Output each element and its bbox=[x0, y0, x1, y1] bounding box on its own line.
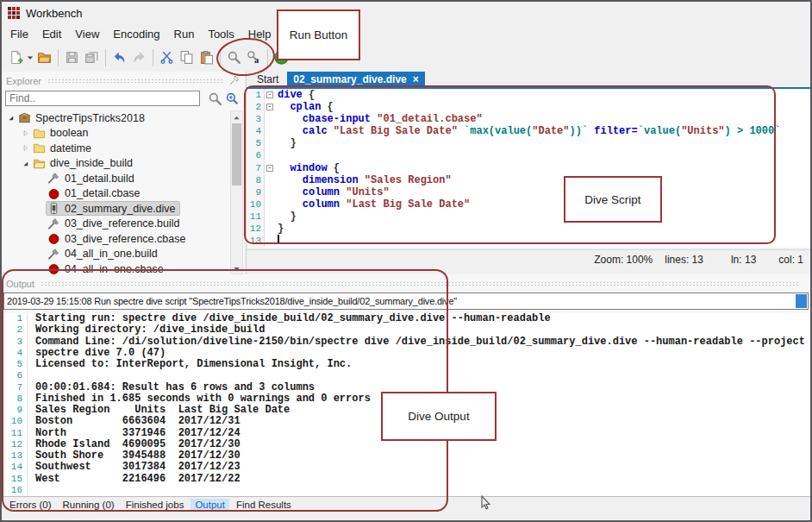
line-number: 3 bbox=[247, 113, 265, 125]
cut-button-icon[interactable] bbox=[157, 47, 177, 67]
output-line-text: South Shore 3945488 2017/12/30 bbox=[28, 450, 240, 462]
dropdown-indicator[interactable] bbox=[796, 294, 807, 308]
expander-expanded-icon[interactable] bbox=[19, 159, 32, 168]
tree-item-03-dive-reference-cbase[interactable]: 03_dive_reference.cbase bbox=[2, 231, 228, 247]
find-input[interactable] bbox=[5, 91, 200, 106]
fold-column: - bbox=[265, 91, 275, 98]
output-line-number: 9 bbox=[2, 405, 28, 416]
menu-edit[interactable]: Edit bbox=[35, 26, 68, 42]
copy-button-icon[interactable] bbox=[177, 47, 197, 67]
code-text: calc "Last Big Sale Date" `max(value("Da… bbox=[275, 125, 780, 137]
find-icon[interactable] bbox=[208, 91, 222, 106]
code-line: 11 } bbox=[247, 211, 810, 223]
expander-collapsed-icon[interactable] bbox=[19, 129, 32, 138]
code-text: dive { bbox=[275, 89, 315, 101]
toolbar-separator bbox=[220, 49, 221, 66]
redo-button-icon[interactable] bbox=[129, 47, 149, 67]
output-line-text: Working directory: /dive_inside_build bbox=[28, 324, 265, 336]
output-tab-output[interactable]: Output bbox=[191, 499, 229, 511]
fold-marker-icon[interactable]: - bbox=[266, 91, 273, 98]
menu-file[interactable]: File bbox=[3, 26, 35, 42]
build-icon bbox=[47, 172, 62, 185]
tree-item-label: SpectreTipsTricks2018 bbox=[33, 112, 145, 124]
folder-icon bbox=[33, 127, 47, 140]
menu-encoding[interactable]: Encoding bbox=[106, 26, 166, 42]
undo-button-icon[interactable] bbox=[109, 47, 129, 67]
tree-item-03-dive-reference-build[interactable]: 03_dive_reference.build bbox=[2, 217, 228, 232]
tree-item-04-all-in-one-build[interactable]: 04_all_in_one.build bbox=[2, 247, 228, 262]
output-line-number: 13 bbox=[2, 450, 28, 462]
save-button-icon[interactable] bbox=[62, 47, 82, 67]
output-line-text: Rhode Island 4690095 2017/12/30 bbox=[28, 439, 240, 450]
line-number: 8 bbox=[247, 174, 265, 186]
toolbar-separator bbox=[58, 49, 59, 66]
output-line-number: 14 bbox=[2, 462, 28, 473]
new-file-button-icon[interactable] bbox=[6, 47, 26, 67]
output-log: 1Starting run: spectre dive /dive_inside… bbox=[2, 313, 810, 496]
save-all-button-icon[interactable] bbox=[82, 47, 102, 67]
tree-item-01-detail-build[interactable]: 01_detail.build bbox=[2, 171, 228, 186]
dive-icon bbox=[47, 202, 62, 215]
tree-item-02-summary-dive-dive[interactable]: 02_summary_dive.dive bbox=[2, 201, 228, 217]
menu-tools[interactable]: Tools bbox=[201, 26, 240, 42]
code-editor[interactable]: 1-dive {2- cplan {3 cbase-input "01_deta… bbox=[247, 89, 810, 248]
fold-column: - bbox=[265, 104, 275, 110]
code-text: column "Last Big Sale Date" bbox=[275, 198, 470, 211]
tree-item-01-detail-cbase[interactable]: 01_detail.cbase bbox=[2, 186, 228, 202]
text-cursor bbox=[278, 235, 279, 244]
output-tab-find-results[interactable]: Find Results bbox=[232, 499, 296, 511]
tree-item-04-all-in-one-cbase[interactable]: 04_all_in_one.cbase bbox=[2, 261, 228, 274]
menu-run[interactable]: Run bbox=[167, 26, 202, 42]
line-number: 10 bbox=[247, 198, 265, 211]
output-line-text: spectre dive 7.0 (47) bbox=[28, 348, 166, 359]
expander-collapsed-icon[interactable] bbox=[19, 143, 32, 153]
line-number: 2 bbox=[247, 101, 265, 113]
new-file-dropdown-caret-icon[interactable] bbox=[26, 47, 34, 67]
tree-scrollbar[interactable] bbox=[230, 110, 243, 274]
workbench-app-icon bbox=[8, 7, 20, 19]
tree-item-dive-inside-build[interactable]: dive_inside_build bbox=[2, 156, 228, 172]
run-button-icon[interactable] bbox=[272, 47, 291, 67]
scroll-up-icon[interactable] bbox=[231, 111, 242, 123]
scroll-down-icon[interactable] bbox=[231, 262, 242, 274]
fold-marker-icon[interactable]: - bbox=[266, 165, 273, 172]
pin-icon[interactable] bbox=[228, 75, 240, 88]
tab-02-summary-dive-dive[interactable]: 02_summary_dive.dive× bbox=[287, 72, 424, 87]
folder-open-icon bbox=[33, 157, 47, 170]
find-text-button-icon[interactable]: a bbox=[244, 47, 264, 67]
tree-item-label: 04_all_in_one.cbase bbox=[62, 263, 164, 274]
paste-button-icon[interactable] bbox=[197, 47, 216, 67]
expander-expanded-icon[interactable] bbox=[4, 113, 17, 123]
tree-item-datetime[interactable]: datetime bbox=[2, 141, 228, 156]
code-text: } bbox=[275, 223, 284, 235]
scrollbar-thumb[interactable] bbox=[232, 123, 241, 186]
output-line-text: West 2216496 2017/12/22 bbox=[28, 474, 240, 485]
menu-view[interactable]: View bbox=[68, 26, 106, 42]
run-history-dropdown[interactable]: 2019-03-29 15:15:08 Run spectre dive scr… bbox=[3, 292, 809, 310]
output-line-number: 11 bbox=[2, 428, 28, 439]
tree-item-label: 04_all_in_one.build bbox=[62, 248, 158, 260]
output-line-number: 1 bbox=[2, 313, 28, 324]
find-button-icon[interactable] bbox=[224, 47, 244, 67]
tree-item-boolean[interactable]: boolean bbox=[2, 126, 228, 142]
tree-item-spectretipstricks2018[interactable]: SpectreTipsTricks2018 bbox=[2, 110, 228, 126]
output-tab-errors-0[interactable]: Errors (0) bbox=[5, 499, 56, 511]
line-number: 1 bbox=[247, 89, 265, 101]
window-title: Workbench bbox=[26, 7, 83, 20]
cbase-icon bbox=[47, 232, 62, 245]
project-icon bbox=[18, 111, 33, 124]
window-bottom-strip bbox=[2, 512, 810, 520]
open-folder-button-icon[interactable] bbox=[34, 47, 54, 67]
tab-start[interactable]: Start bbox=[248, 72, 287, 87]
code-text: } bbox=[275, 137, 297, 149]
editor-status-bar: Zoom: 100% lines: 13 ln: 13 col: 1 bbox=[247, 249, 810, 268]
close-icon[interactable]: × bbox=[413, 73, 419, 85]
project-tree: SpectreTipsTricks2018booleandatetimedive… bbox=[2, 110, 228, 274]
code-text: dimension "Sales Region" bbox=[275, 174, 452, 186]
menu-help[interactable]: Help bbox=[241, 26, 278, 42]
fold-marker-icon[interactable]: - bbox=[266, 104, 273, 110]
find-options-icon[interactable] bbox=[225, 91, 240, 106]
output-tab-running-0[interactable]: Running (0) bbox=[59, 499, 119, 511]
output-line-text: 00:00:01.684: Result has 6 rows and 3 co… bbox=[28, 382, 315, 393]
output-tab-finished-jobs[interactable]: Finished jobs bbox=[122, 499, 189, 511]
